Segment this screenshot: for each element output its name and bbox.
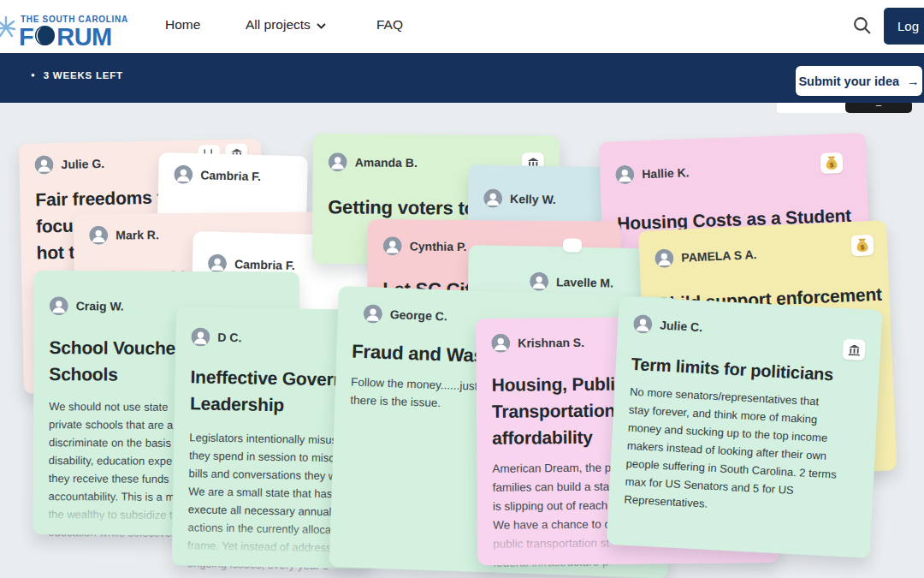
author-name: Julie C. — [660, 319, 703, 335]
avatar — [208, 253, 228, 273]
avatar — [34, 155, 53, 174]
avatar — [615, 165, 635, 185]
avatar — [50, 296, 68, 315]
author-name: George C. — [390, 307, 447, 323]
partial-badge-icon — [563, 238, 582, 252]
idea-card-julie-c[interactable]: Julie C. Term limits for politicians No … — [607, 296, 883, 558]
avatar — [530, 272, 548, 291]
author-name: Julie G. — [61, 157, 104, 171]
page: THE SOUTH CAROLINA FRUM Home All project… — [0, 0, 924, 578]
moneybag-icon: $ — [820, 152, 844, 174]
avatar — [654, 248, 674, 268]
moneybag-icon: $ — [850, 235, 874, 256]
palmetto-logo-icon — [0, 15, 16, 43]
idea-board: Julie G. Fair freedoms fo focus hot t I … — [0, 103, 924, 578]
chevron-down-icon — [317, 17, 326, 33]
nav-home[interactable]: Home — [165, 17, 200, 33]
author-name: Krishnan S. — [518, 336, 584, 350]
author-name: D C. — [217, 331, 241, 344]
avatar — [89, 226, 108, 245]
site-logo[interactable]: THE SOUTH CAROLINA FRUM — [0, 5, 128, 50]
author-name: Lavelle M. — [556, 275, 613, 289]
avatar — [364, 304, 383, 324]
login-button[interactable]: Log — [884, 8, 924, 45]
author-name: Cynthia P. — [410, 239, 467, 253]
author-name: Cambria F. — [234, 257, 295, 272]
author-name: Craig W. — [76, 299, 124, 313]
avatar — [329, 152, 347, 171]
avatar — [483, 188, 502, 207]
author-name: Hallie K. — [642, 165, 690, 181]
logo-o-crescent-icon — [34, 24, 56, 52]
countdown-banner: ● 3 WEEKS LEFT Submit your idea→ — [0, 53, 924, 103]
avatar — [191, 327, 210, 346]
submit-idea-button[interactable]: Submit your idea→ — [796, 66, 922, 96]
author-name: Cambria F. — [200, 168, 261, 183]
search-icon[interactable] — [852, 15, 874, 38]
nav-all-projects[interactable]: All projects — [246, 17, 326, 33]
avatar — [633, 314, 653, 334]
bank-icon — [842, 339, 865, 361]
status-dot-icon: ● — [31, 72, 36, 79]
countdown-status: ● 3 WEEKS LEFT — [31, 70, 123, 80]
author-name: Mark R. — [116, 228, 159, 241]
svg-text:$: $ — [830, 161, 834, 169]
header: THE SOUTH CAROLINA FRUM Home All project… — [0, 0, 924, 53]
author-name: Kelly W. — [510, 192, 556, 206]
avatar — [174, 164, 193, 184]
avatar — [491, 334, 510, 353]
logo-text-bottom: FRUM — [19, 22, 112, 52]
avatar — [383, 236, 402, 255]
nav-faq[interactable]: FAQ — [376, 17, 403, 33]
author-name: Amanda B. — [355, 155, 418, 170]
arrow-right-icon: → — [907, 74, 920, 88]
author-name: PAMELA S A. — [681, 247, 757, 265]
